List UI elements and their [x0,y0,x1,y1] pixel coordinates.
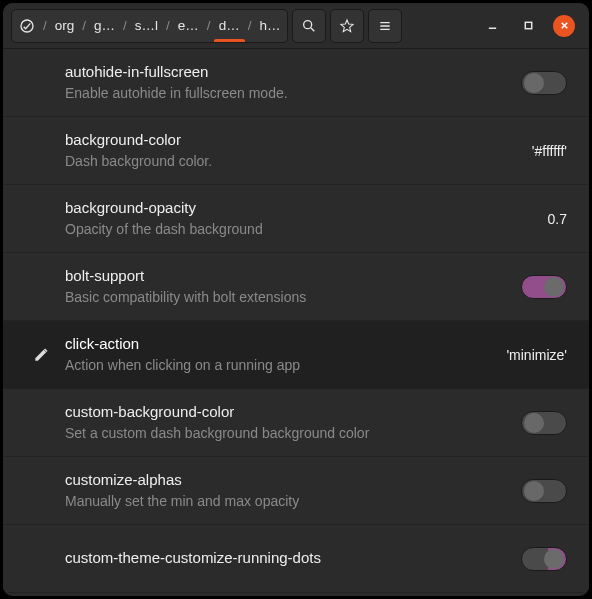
row-icon [19,422,65,424]
setting-value: 'minimize' [453,347,573,363]
row-icon [19,82,65,84]
svg-line-2 [311,28,314,31]
close-icon [559,20,570,31]
setting-value: '#ffffff' [453,143,573,159]
setting-description: Action when clicking on a running app [65,356,453,374]
setting-key: custom-background-color [65,403,453,422]
row-text: bolt-supportBasic compatibility with bol… [65,267,453,306]
row-icon [19,150,65,152]
toggle-switch[interactable] [521,547,567,571]
dconf-icon [19,18,35,34]
edit-icon [32,344,52,367]
hamburger-icon [377,18,393,34]
toggle-knob [544,549,564,569]
setting-value [453,71,573,95]
setting-key: click-action [65,335,453,354]
settings-list: autohide-in-fullscreenEnable autohide in… [3,49,589,596]
breadcrumb: / org / g… / s…l / e… / d… / h… [11,9,288,43]
breadcrumb-seg-2[interactable]: s…l [128,10,165,42]
setting-description: Opacity of the dash background [65,220,453,238]
setting-description: Dash background color. [65,152,453,170]
search-button[interactable] [292,9,326,43]
row-text: custom-background-colorSet a custom dash… [65,403,453,442]
setting-description: Manually set the min and max opacity [65,492,453,510]
setting-row-click-action[interactable]: click-actionAction when clicking on a ru… [3,321,589,389]
maximize-button[interactable] [517,15,539,37]
row-text: customize-alphasManually set the min and… [65,471,453,510]
toggle-knob [544,277,564,297]
maximize-icon [523,20,534,31]
menu-button[interactable] [368,9,402,43]
setting-row-bolt-support[interactable]: bolt-supportBasic compatibility with bol… [3,253,589,321]
setting-key: bolt-support [65,267,453,286]
minimize-icon [487,20,498,31]
svg-rect-7 [525,22,531,28]
breadcrumb-seg-1[interactable]: g… [87,10,122,42]
breadcrumb-seg-0[interactable]: org [48,10,82,42]
toggle-switch[interactable] [521,411,567,435]
setting-value-text: '#ffffff' [532,143,567,159]
setting-value [453,479,573,503]
breadcrumb-seg-4[interactable]: d… [212,10,247,42]
breadcrumb-seg-3[interactable]: e… [171,10,206,42]
svg-point-1 [304,20,312,28]
setting-row-autohide-in-fullscreen[interactable]: autohide-in-fullscreenEnable autohide in… [3,49,589,117]
toggle-knob [524,481,544,501]
setting-row-custom-theme-customize-running-dots[interactable]: custom-theme-customize-running-dots [3,525,589,593]
row-icon [19,218,65,220]
setting-value [453,275,573,299]
close-button[interactable] [553,15,575,37]
setting-value-text: 'minimize' [506,347,567,363]
favorite-button[interactable] [330,9,364,43]
setting-description: Basic compatibility with bolt extensions [65,288,453,306]
breadcrumb-seg-5[interactable]: h… [252,10,287,42]
toggle-knob [524,73,544,93]
setting-key: customize-alphas [65,471,453,490]
setting-key: custom-theme-customize-running-dots [65,549,453,568]
star-icon [339,18,355,34]
setting-key: background-color [65,131,453,150]
row-text: background-colorDash background color. [65,131,453,170]
row-icon [19,490,65,492]
setting-key: autohide-in-fullscreen [65,63,453,82]
toggle-switch[interactable] [521,275,567,299]
search-icon [301,18,317,34]
svg-point-0 [21,20,33,32]
setting-description: Enable autohide in fullscreen mode. [65,84,453,102]
titlebar: / org / g… / s…l / e… / d… / h… [3,3,589,49]
toggle-switch[interactable] [521,71,567,95]
setting-value [453,411,573,435]
breadcrumb-home[interactable] [12,10,42,42]
setting-row-custom-background-color[interactable]: custom-background-colorSet a custom dash… [3,389,589,457]
row-text: custom-theme-customize-running-dots [65,549,453,568]
toggle-switch[interactable] [521,479,567,503]
setting-description: Set a custom dash background background … [65,424,453,442]
row-icon [19,286,65,288]
row-text: autohide-in-fullscreenEnable autohide in… [65,63,453,102]
toggle-knob [524,413,544,433]
setting-value [453,547,573,571]
setting-row-background-opacity[interactable]: background-opacityOpacity of the dash ba… [3,185,589,253]
app-window: / org / g… / s…l / e… / d… / h… [3,3,589,596]
setting-row-customize-alphas[interactable]: customize-alphasManually set the min and… [3,457,589,525]
row-text: click-actionAction when clicking on a ru… [65,335,453,374]
row-text: background-opacityOpacity of the dash ba… [65,199,453,238]
setting-key: background-opacity [65,199,453,218]
setting-row-background-color[interactable]: background-colorDash background color.'#… [3,117,589,185]
minimize-button[interactable] [481,15,503,37]
row-icon [19,558,65,560]
setting-value-text: 0.7 [548,211,567,227]
row-icon [19,342,65,367]
window-controls [481,15,575,37]
setting-value: 0.7 [453,211,573,227]
